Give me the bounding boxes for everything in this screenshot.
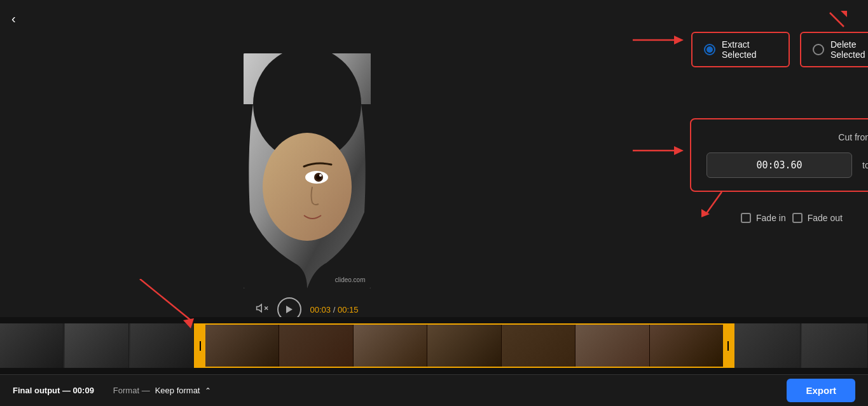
- format-label: Format —: [113, 386, 150, 395]
- right-trim-handle[interactable]: |: [723, 325, 733, 367]
- arrow-to-fade-out: [696, 189, 728, 223]
- mute-button[interactable]: [256, 302, 268, 318]
- fade-in-label: Fade in: [756, 213, 786, 223]
- svg-point-2: [263, 133, 352, 241]
- cut-section: Cut from, sec: to: [690, 118, 868, 192]
- cut-label: Cut from, sec:: [706, 132, 868, 142]
- frame-thumb: [575, 325, 649, 367]
- top-right-arrow: [825, 8, 850, 36]
- fade-section: Fade in Fade out: [633, 208, 849, 223]
- delete-selected-button[interactable]: Delete Selected: [800, 32, 868, 67]
- watermark: clideo.com: [335, 276, 366, 283]
- svg-marker-16: [674, 146, 684, 155]
- svg-marker-12: [674, 36, 684, 44]
- svg-marker-10: [286, 306, 293, 313]
- export-button[interactable]: Export: [787, 379, 855, 402]
- extract-radio[interactable]: [704, 44, 715, 55]
- final-output-value: 00:09: [73, 386, 94, 395]
- right-panel: Extract Selected Delete Selected: [614, 0, 868, 369]
- frame-thumb: [279, 325, 353, 367]
- thumb-item: [0, 323, 64, 368]
- delete-radio[interactable]: [813, 44, 824, 55]
- thumb-item: [734, 323, 801, 368]
- bottom-bar: Final output — 00:09 Format — Keep forma…: [0, 374, 868, 406]
- cut-inputs: to: [706, 152, 868, 178]
- thumb-item: [65, 323, 128, 368]
- svg-marker-20: [183, 318, 194, 328]
- delete-label: Delete Selected: [830, 39, 868, 60]
- svg-point-6: [319, 174, 322, 177]
- arrow-to-extract: [633, 30, 684, 50]
- frame-thumb: [427, 325, 501, 367]
- final-output-info: Final output — 00:09: [13, 386, 94, 395]
- svg-marker-14: [841, 11, 847, 17]
- to-text: to: [862, 160, 868, 170]
- video-preview: clideo.com: [244, 53, 371, 288]
- format-value: Keep format: [155, 386, 200, 395]
- svg-line-19: [140, 279, 191, 320]
- fade-out-checkbox[interactable]: [792, 213, 803, 223]
- arrow-to-left-handle: [127, 279, 203, 332]
- fade-out-option[interactable]: Fade out: [792, 213, 843, 223]
- timeline-area: | |: [0, 317, 868, 374]
- svg-line-17: [706, 192, 722, 214]
- selected-region: | |: [194, 323, 734, 368]
- arrow-to-cut: [633, 141, 684, 163]
- time-display: 00:03 / 00:15: [310, 305, 359, 315]
- thumb-item: [802, 323, 868, 368]
- frame-thumb: [502, 325, 575, 367]
- video-panel: clideo.com 00:03 / 00:15: [0, 0, 614, 369]
- fade-in-option[interactable]: Fade in: [741, 213, 786, 223]
- left-trim-handle[interactable]: |: [195, 325, 205, 367]
- post-selection-thumbs: [734, 323, 868, 368]
- cut-section-wrapper: Cut from, sec: to: [633, 112, 849, 192]
- back-icon: ‹: [11, 11, 16, 25]
- extract-selected-button[interactable]: Extract Selected: [691, 32, 790, 67]
- cut-from-input[interactable]: [706, 152, 852, 178]
- svg-marker-7: [256, 304, 261, 312]
- svg-line-13: [830, 13, 844, 27]
- frame-thumb: [354, 325, 427, 367]
- action-buttons-row: Extract Selected Delete Selected: [633, 13, 849, 67]
- chevron-down-icon: ⌃: [205, 386, 211, 395]
- action-buttons: Extract Selected Delete Selected: [691, 32, 868, 67]
- fade-out-label: Fade out: [808, 213, 843, 223]
- format-selector[interactable]: Format — Keep format ⌃: [113, 386, 212, 395]
- frame-thumb: [650, 325, 723, 367]
- back-button[interactable]: ‹: [11, 11, 16, 26]
- frame-thumb: [205, 325, 279, 367]
- fade-in-checkbox[interactable]: [741, 213, 751, 223]
- extract-label: Extract Selected: [722, 39, 777, 60]
